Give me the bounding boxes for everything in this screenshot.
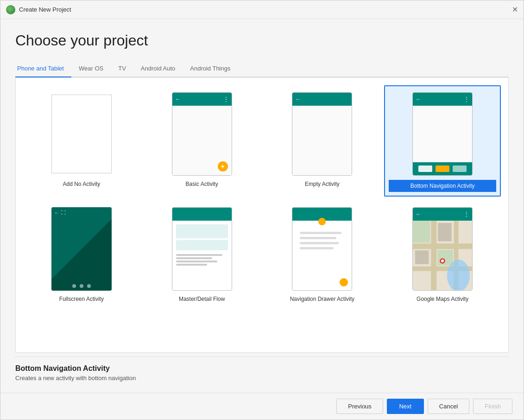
md-card-1 bbox=[176, 224, 228, 238]
maps-body bbox=[413, 221, 472, 290]
activity-label: Bottom Navigation Activity bbox=[389, 180, 496, 192]
phone-mockup: ← bbox=[292, 92, 352, 176]
tab-tv[interactable]: TV bbox=[116, 60, 133, 77]
tab-android-auto[interactable]: Android Auto bbox=[139, 60, 183, 77]
page-title: Choose your project bbox=[15, 32, 509, 49]
phone-top-bar: ← ⋮ bbox=[172, 93, 232, 106]
nav-drawer-thumbnail bbox=[287, 205, 357, 293]
activity-label: Master/Detail Flow bbox=[179, 296, 225, 302]
svg-rect-7 bbox=[437, 250, 453, 265]
app-icon bbox=[6, 5, 15, 14]
cancel-button[interactable]: Cancel bbox=[428, 399, 469, 414]
activity-label: Empty Activity bbox=[305, 181, 340, 187]
dot-3 bbox=[87, 284, 91, 288]
svg-rect-1 bbox=[413, 243, 472, 249]
bnav-item-2 bbox=[436, 165, 449, 172]
bnav-item-3 bbox=[453, 165, 467, 172]
title-bar-left: Create New Project bbox=[6, 5, 71, 14]
tab-android-things[interactable]: Android Things bbox=[188, 60, 238, 77]
close-button[interactable]: ✕ bbox=[512, 6, 518, 13]
tab-wear-os[interactable]: Wear OS bbox=[77, 60, 111, 77]
expand-icon: ⛶ bbox=[61, 210, 66, 216]
md-lines bbox=[176, 254, 228, 266]
dot-2 bbox=[80, 284, 83, 288]
fab-icon: + bbox=[218, 161, 228, 172]
md-top-bar bbox=[172, 208, 232, 221]
dialog: Create New Project ✕ Choose your project… bbox=[0, 0, 524, 420]
activity-grid-container[interactable]: Add No Activity ← ⋮ + bbox=[15, 77, 509, 353]
phone-body bbox=[413, 106, 472, 162]
dot-1 bbox=[72, 284, 76, 288]
back-icon: ← bbox=[416, 96, 421, 102]
phone-mockup: ← ⋮ bbox=[412, 92, 473, 176]
menu-icon: ⋮ bbox=[223, 96, 229, 102]
fullscreen-icons: ← ⛶ bbox=[54, 210, 66, 216]
empty-activity-thumbnail: ← bbox=[287, 90, 357, 178]
activity-label: Fullscreen Activity bbox=[59, 296, 104, 302]
list-item[interactable]: Add No Activity bbox=[23, 85, 140, 197]
list-item[interactable]: Master/Detail Flow bbox=[144, 200, 260, 307]
svg-rect-3 bbox=[431, 221, 437, 290]
no-activity-thumbnail bbox=[47, 90, 116, 178]
nd-body bbox=[292, 221, 352, 290]
nd-top-bar bbox=[292, 208, 352, 221]
bnav-item-1 bbox=[418, 165, 432, 172]
dialog-title: Create New Project bbox=[19, 6, 71, 13]
footer: Previous Next Cancel Finish bbox=[0, 393, 524, 420]
phone-top-bar: ← bbox=[292, 93, 352, 106]
nd-list-item bbox=[300, 242, 339, 244]
bottom-nav-thumbnail: ← ⋮ bbox=[408, 90, 477, 178]
description-text: Creates a new activity with bottom navig… bbox=[15, 375, 509, 382]
maps-top-bar: ← ⋮ bbox=[413, 208, 472, 221]
description-title: Bottom Navigation Activity bbox=[15, 364, 509, 373]
phone-body: + bbox=[172, 106, 232, 175]
back-icon: ← bbox=[54, 210, 59, 216]
nd-list-item bbox=[300, 237, 336, 239]
previous-button[interactable]: Previous bbox=[336, 399, 383, 414]
list-item[interactable]: Navigation Drawer Activity bbox=[264, 200, 381, 307]
list-item[interactable]: ← ⛶ Fullscreen Activity bbox=[23, 200, 140, 307]
nd-list-item bbox=[300, 232, 341, 234]
google-maps-thumbnail: ← ⋮ bbox=[408, 205, 477, 293]
finish-button[interactable]: Finish bbox=[473, 399, 512, 414]
activity-label: Add No Activity bbox=[63, 181, 101, 187]
phone-mockup: ← ⋮ + bbox=[172, 92, 232, 176]
md-line bbox=[176, 257, 212, 259]
md-body bbox=[172, 221, 232, 290]
nav-drawer-phone bbox=[292, 207, 352, 291]
activity-label: Google Maps Activity bbox=[417, 296, 468, 302]
maps-phone: ← ⋮ bbox=[412, 207, 473, 291]
fullscreen-thumbnail: ← ⛶ bbox=[47, 205, 116, 293]
map-svg bbox=[413, 221, 472, 290]
basic-activity-thumbnail: ← ⋮ + bbox=[167, 90, 237, 178]
tabs-bar: Phone and Tablet Wear OS TV Android Auto… bbox=[15, 60, 509, 77]
back-icon: ← bbox=[295, 96, 301, 102]
next-button[interactable]: Next bbox=[387, 399, 424, 414]
activity-grid: Add No Activity ← ⋮ + bbox=[23, 85, 501, 307]
activity-label: Basic Activity bbox=[186, 181, 218, 187]
list-item[interactable]: ← Empty Activity bbox=[264, 85, 381, 197]
md-line bbox=[176, 264, 207, 266]
tab-phone-tablet[interactable]: Phone and Tablet bbox=[15, 60, 71, 77]
menu-icon: ⋮ bbox=[464, 96, 469, 102]
master-detail-thumbnail bbox=[167, 205, 237, 293]
list-item[interactable]: ← ⋮ Bottom Navigation Activity bbox=[384, 85, 501, 197]
svg-rect-9 bbox=[438, 223, 452, 241]
md-card-2 bbox=[176, 240, 228, 250]
phone-top-bar: ← ⋮ bbox=[413, 93, 472, 106]
description-area: Bottom Navigation Activity Creates a new… bbox=[15, 356, 509, 385]
list-item[interactable]: ← ⋮ + Basic Activity bbox=[144, 85, 260, 197]
no-activity-placeholder bbox=[51, 95, 112, 173]
content-area: Choose your project Phone and Tablet Wea… bbox=[0, 19, 524, 393]
nd-fab bbox=[340, 278, 348, 286]
svg-rect-8 bbox=[415, 250, 429, 264]
title-bar: Create New Project ✕ bbox=[0, 0, 524, 19]
master-detail-phone bbox=[172, 207, 232, 291]
menu-icon: ⋮ bbox=[464, 211, 469, 217]
md-line bbox=[176, 261, 218, 262]
fullscreen-phone: ← ⛶ bbox=[51, 207, 112, 291]
list-item[interactable]: ← ⋮ bbox=[384, 200, 501, 307]
phone-body bbox=[292, 106, 352, 175]
svg-point-11 bbox=[441, 260, 444, 262]
back-icon: ← bbox=[416, 211, 421, 217]
